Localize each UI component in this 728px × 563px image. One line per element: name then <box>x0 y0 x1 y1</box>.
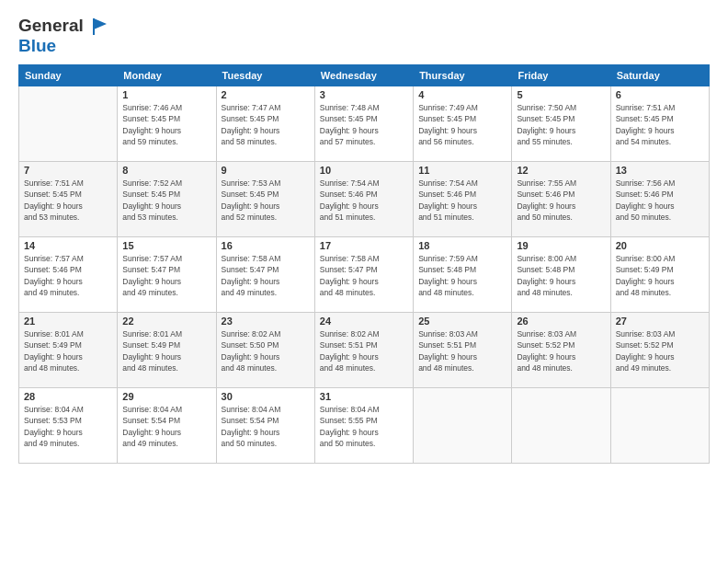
calendar-cell: 25Sunrise: 8:03 AMSunset: 5:51 PMDayligh… <box>414 312 512 387</box>
day-detail: Sunrise: 7:54 AMSunset: 5:46 PMDaylight:… <box>320 178 408 223</box>
logo-general: General <box>18 16 84 35</box>
day-detail: Sunrise: 7:46 AMSunset: 5:45 PMDaylight:… <box>122 102 210 147</box>
day-number: 13 <box>616 165 704 176</box>
day-number: 26 <box>517 316 605 327</box>
day-detail: Sunrise: 8:01 AMSunset: 5:49 PMDaylight:… <box>122 328 210 373</box>
week-row-4: 21Sunrise: 8:01 AMSunset: 5:49 PMDayligh… <box>19 312 710 387</box>
day-detail: Sunrise: 7:51 AMSunset: 5:45 PMDaylight:… <box>24 178 112 223</box>
calendar-cell: 17Sunrise: 7:58 AMSunset: 5:47 PMDayligh… <box>314 236 413 312</box>
col-header-saturday: Saturday <box>610 64 709 86</box>
day-detail: Sunrise: 8:03 AMSunset: 5:52 PMDaylight:… <box>517 328 605 373</box>
day-number: 20 <box>616 240 704 251</box>
day-detail: Sunrise: 7:54 AMSunset: 5:46 PMDaylight:… <box>418 178 506 223</box>
day-detail: Sunrise: 8:04 AMSunset: 5:53 PMDaylight:… <box>24 404 112 449</box>
day-detail: Sunrise: 7:57 AMSunset: 5:46 PMDaylight:… <box>24 253 112 298</box>
calendar-cell: 28Sunrise: 8:04 AMSunset: 5:53 PMDayligh… <box>19 387 118 463</box>
day-detail: Sunrise: 8:04 AMSunset: 5:54 PMDaylight:… <box>122 404 210 449</box>
day-detail: Sunrise: 7:51 AMSunset: 5:45 PMDaylight:… <box>616 102 704 147</box>
day-number: 29 <box>122 391 210 402</box>
day-number: 18 <box>418 240 506 251</box>
calendar-cell <box>512 387 610 463</box>
day-number: 9 <box>222 165 310 176</box>
calendar-cell: 19Sunrise: 8:00 AMSunset: 5:48 PMDayligh… <box>512 236 610 312</box>
header: General Blue <box>18 17 710 55</box>
day-number: 23 <box>222 316 310 327</box>
day-number: 12 <box>517 165 605 176</box>
day-detail: Sunrise: 8:02 AMSunset: 5:51 PMDaylight:… <box>320 328 408 373</box>
calendar-cell: 21Sunrise: 8:01 AMSunset: 5:49 PMDayligh… <box>19 312 118 387</box>
calendar-cell <box>610 387 709 463</box>
logo-flag-icon <box>90 17 110 37</box>
calendar-cell: 23Sunrise: 8:02 AMSunset: 5:50 PMDayligh… <box>216 312 314 387</box>
day-detail: Sunrise: 8:03 AMSunset: 5:52 PMDaylight:… <box>616 328 704 373</box>
day-number: 16 <box>222 240 310 251</box>
day-detail: Sunrise: 8:00 AMSunset: 5:49 PMDaylight:… <box>616 253 704 298</box>
day-number: 27 <box>616 316 704 327</box>
day-number: 2 <box>222 89 310 100</box>
calendar-cell: 24Sunrise: 8:02 AMSunset: 5:51 PMDayligh… <box>314 312 413 387</box>
day-number: 31 <box>320 391 408 402</box>
day-number: 14 <box>24 240 112 251</box>
calendar-cell: 4Sunrise: 7:49 AMSunset: 5:45 PMDaylight… <box>414 86 512 161</box>
day-number: 11 <box>418 165 506 176</box>
day-detail: Sunrise: 7:48 AMSunset: 5:45 PMDaylight:… <box>320 102 408 147</box>
calendar-cell: 15Sunrise: 7:57 AMSunset: 5:47 PMDayligh… <box>118 236 216 312</box>
day-detail: Sunrise: 8:02 AMSunset: 5:50 PMDaylight:… <box>222 328 310 373</box>
calendar-cell: 20Sunrise: 8:00 AMSunset: 5:49 PMDayligh… <box>610 236 709 312</box>
calendar-cell: 14Sunrise: 7:57 AMSunset: 5:46 PMDayligh… <box>19 236 118 312</box>
logo-blue: Blue <box>18 37 110 55</box>
day-detail: Sunrise: 7:52 AMSunset: 5:45 PMDaylight:… <box>122 178 210 223</box>
calendar-cell: 18Sunrise: 7:59 AMSunset: 5:48 PMDayligh… <box>414 236 512 312</box>
day-number: 8 <box>122 165 210 176</box>
day-number: 24 <box>320 316 408 327</box>
week-row-2: 7Sunrise: 7:51 AMSunset: 5:45 PMDaylight… <box>19 161 710 236</box>
day-number: 25 <box>418 316 506 327</box>
calendar-cell: 27Sunrise: 8:03 AMSunset: 5:52 PMDayligh… <box>610 312 709 387</box>
day-detail: Sunrise: 7:59 AMSunset: 5:48 PMDaylight:… <box>418 253 506 298</box>
svg-rect-1 <box>93 18 95 35</box>
day-detail: Sunrise: 8:01 AMSunset: 5:49 PMDaylight:… <box>24 328 112 373</box>
col-header-sunday: Sunday <box>19 64 118 86</box>
calendar-cell: 13Sunrise: 7:56 AMSunset: 5:46 PMDayligh… <box>610 161 709 236</box>
day-detail: Sunrise: 7:58 AMSunset: 5:47 PMDaylight:… <box>222 253 310 298</box>
col-header-tuesday: Tuesday <box>216 64 314 86</box>
day-detail: Sunrise: 7:50 AMSunset: 5:45 PMDaylight:… <box>517 102 605 147</box>
day-number: 5 <box>517 89 605 100</box>
calendar-cell: 8Sunrise: 7:52 AMSunset: 5:45 PMDaylight… <box>118 161 216 236</box>
page: General Blue SundayMondayTuesdayWednesda… <box>0 0 728 563</box>
day-number: 1 <box>122 89 210 100</box>
day-number: 10 <box>320 165 408 176</box>
col-header-thursday: Thursday <box>414 64 512 86</box>
day-number: 17 <box>320 240 408 251</box>
day-detail: Sunrise: 7:53 AMSunset: 5:45 PMDaylight:… <box>222 178 310 223</box>
day-number: 22 <box>122 316 210 327</box>
calendar-cell <box>19 86 118 161</box>
calendar-table: SundayMondayTuesdayWednesdayThursdayFrid… <box>18 64 710 464</box>
calendar-cell <box>414 387 512 463</box>
day-number: 3 <box>320 89 408 100</box>
calendar-header-row: SundayMondayTuesdayWednesdayThursdayFrid… <box>19 64 710 86</box>
calendar-cell: 5Sunrise: 7:50 AMSunset: 5:45 PMDaylight… <box>512 86 610 161</box>
logo: General Blue <box>18 17 110 55</box>
day-number: 19 <box>517 240 605 251</box>
day-number: 21 <box>24 316 112 327</box>
calendar-cell: 10Sunrise: 7:54 AMSunset: 5:46 PMDayligh… <box>314 161 413 236</box>
calendar-cell: 7Sunrise: 7:51 AMSunset: 5:45 PMDaylight… <box>19 161 118 236</box>
calendar-cell: 29Sunrise: 8:04 AMSunset: 5:54 PMDayligh… <box>118 387 216 463</box>
calendar-cell: 12Sunrise: 7:55 AMSunset: 5:46 PMDayligh… <box>512 161 610 236</box>
day-number: 6 <box>616 89 704 100</box>
calendar-cell: 1Sunrise: 7:46 AMSunset: 5:45 PMDaylight… <box>118 86 216 161</box>
day-number: 30 <box>222 391 310 402</box>
day-detail: Sunrise: 7:57 AMSunset: 5:47 PMDaylight:… <box>122 253 210 298</box>
day-number: 4 <box>418 89 506 100</box>
week-row-5: 28Sunrise: 8:04 AMSunset: 5:53 PMDayligh… <box>19 387 710 463</box>
col-header-wednesday: Wednesday <box>314 64 413 86</box>
calendar-cell: 3Sunrise: 7:48 AMSunset: 5:45 PMDaylight… <box>314 86 413 161</box>
week-row-3: 14Sunrise: 7:57 AMSunset: 5:46 PMDayligh… <box>19 236 710 312</box>
day-detail: Sunrise: 8:04 AMSunset: 5:54 PMDaylight:… <box>222 404 310 449</box>
day-number: 7 <box>24 165 112 176</box>
day-detail: Sunrise: 7:58 AMSunset: 5:47 PMDaylight:… <box>320 253 408 298</box>
day-number: 15 <box>122 240 210 251</box>
calendar-cell: 16Sunrise: 7:58 AMSunset: 5:47 PMDayligh… <box>216 236 314 312</box>
calendar-cell: 11Sunrise: 7:54 AMSunset: 5:46 PMDayligh… <box>414 161 512 236</box>
